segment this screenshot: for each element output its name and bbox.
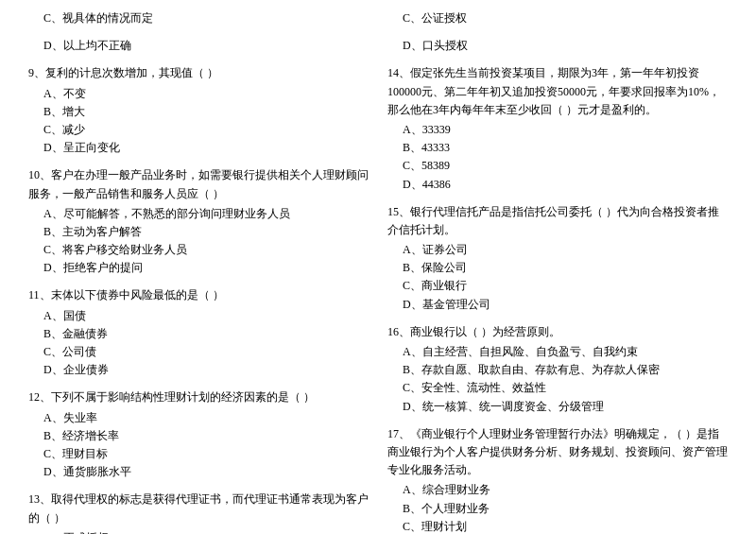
question-10-option-a: A、尽可能解答，不熟悉的部分询问理财业务人员 xyxy=(28,205,369,223)
question-15-option-d: D、基金管理公司 xyxy=(387,296,728,314)
question-11: 11、末体以下债券中风险最低的是（ ） A、国债 B、金融债券 C、公司债 D、… xyxy=(28,286,369,379)
question-12-option-a: A、失业率 xyxy=(28,409,369,427)
question-13-option-a: A、正式授权 xyxy=(28,529,369,534)
question-16-option-a: A、自主经营、自担风险、自负盈亏、自我约束 xyxy=(387,343,728,361)
question-15-option-a: A、证券公司 xyxy=(387,241,728,259)
right-column: C、公证授权 D、口头授权 14、假定张先生当前投资某项目，期限为3年，第一年年… xyxy=(387,9,728,534)
question-10-option-c: C、将客户移交给财业务人员 xyxy=(28,241,369,259)
question-16-option-b: B、存款自愿、取款自由、存款有息、为存款人保密 xyxy=(387,361,728,379)
option-c-right-text: C、公证授权 xyxy=(387,9,728,27)
question-15-option-c: C、商业银行 xyxy=(387,277,728,295)
question-11-option-c: C、公司债 xyxy=(28,343,369,361)
question-14-option-d: D、44386 xyxy=(387,176,728,194)
question-9-title: 9、复利的计息次数增加，其现值（ ） xyxy=(28,64,369,82)
option-d-right: D、口头授权 xyxy=(387,37,728,55)
question-14-title: 14、假定张先生当前投资某项目，期限为3年，第一年年初投资100000元、第二年… xyxy=(387,64,728,119)
question-15: 15、银行代理信托产品是指信托公司委托（ ）代为向合格投资者推介信托计划。 A、… xyxy=(387,203,728,314)
question-15-option-b: B、保险公司 xyxy=(387,259,728,277)
question-9-option-c: C、减少 xyxy=(28,121,369,139)
question-17-title: 17、《商业银行个人理财业务管理暂行办法》明确规定，（ ）是指商业银行为个人客户… xyxy=(387,425,728,480)
question-9-option-a: A、不变 xyxy=(28,85,369,103)
question-10-title: 10、客户在办理一般产品业务时，如需要银行提供相关个人理财顾问服务，一般产品销售… xyxy=(28,166,369,202)
question-10: 10、客户在办理一般产品业务时，如需要银行提供相关个人理财顾问服务，一般产品销售… xyxy=(28,166,369,277)
question-14: 14、假定张先生当前投资某项目，期限为3年，第一年年初投资100000元、第二年… xyxy=(387,64,728,193)
question-10-option-b: B、主动为客户解答 xyxy=(28,223,369,241)
question-17-option-b: B、个人理财业务 xyxy=(387,500,728,518)
left-column: C、视具体的情况而定 D、以上均不正确 9、复利的计息次数增加，其现值（ ） A… xyxy=(28,9,369,534)
option-c-right: C、公证授权 xyxy=(387,9,728,27)
option-d-left: D、以上均不正确 xyxy=(28,37,369,55)
question-11-title: 11、末体以下债券中风险最低的是（ ） xyxy=(28,286,369,304)
question-15-title: 15、银行代理信托产品是指信托公司委托（ ）代为向合格投资者推介信托计划。 xyxy=(387,203,728,239)
question-11-option-d: D、企业债券 xyxy=(28,361,369,379)
question-12: 12、下列不属于影响结构性理财计划的经济因素的是（ ） A、失业率 B、经济增长… xyxy=(28,388,369,481)
question-16-option-d: D、统一核算、统一调度资金、分级管理 xyxy=(387,398,728,416)
question-17: 17、《商业银行个人理财业务管理暂行办法》明确规定，（ ）是指商业银行为个人客户… xyxy=(387,425,728,534)
question-14-option-a: A、33339 xyxy=(387,121,728,139)
question-13: 13、取得代理权的标志是获得代理证书，而代理证书通常表现为客户的（ ） A、正式… xyxy=(28,491,369,534)
question-12-option-d: D、通货膨胀水平 xyxy=(28,463,369,481)
question-16: 16、商业银行以（ ）为经营原则。 A、自主经营、自担风险、自负盈亏、自我约束 … xyxy=(387,323,728,416)
question-17-option-a: A、综合理财业务 xyxy=(387,481,728,499)
question-10-option-d: D、拒绝客户的提问 xyxy=(28,259,369,277)
page-content: C、视具体的情况而定 D、以上均不正确 9、复利的计息次数增加，其现值（ ） A… xyxy=(28,9,728,534)
question-17-option-c: C、理财计划 xyxy=(387,518,728,534)
option-c-left: C、视具体的情况而定 xyxy=(28,9,369,27)
question-16-title: 16、商业银行以（ ）为经营原则。 xyxy=(387,323,728,341)
question-14-option-b: B、43333 xyxy=(387,139,728,157)
question-9-option-d: D、呈正向变化 xyxy=(28,139,369,157)
question-13-title: 13、取得代理权的标志是获得代理证书，而代理证书通常表现为客户的（ ） xyxy=(28,491,369,526)
option-d-right-text: D、口头授权 xyxy=(387,37,728,55)
question-12-option-c: C、理财目标 xyxy=(28,445,369,463)
question-12-option-b: B、经济增长率 xyxy=(28,427,369,445)
option-d-left-text: D、以上均不正确 xyxy=(28,37,369,55)
question-9-option-b: B、增大 xyxy=(28,103,369,121)
option-c-left-text: C、视具体的情况而定 xyxy=(28,9,369,27)
question-11-option-b: B、金融债券 xyxy=(28,325,369,343)
question-14-option-c: C、58389 xyxy=(387,157,728,175)
question-9: 9、复利的计息次数增加，其现值（ ） A、不变 B、增大 C、减少 D、呈正向变… xyxy=(28,64,369,157)
question-12-title: 12、下列不属于影响结构性理财计划的经济因素的是（ ） xyxy=(28,388,369,406)
question-16-option-c: C、安全性、流动性、效益性 xyxy=(387,379,728,397)
question-11-option-a: A、国债 xyxy=(28,307,369,325)
